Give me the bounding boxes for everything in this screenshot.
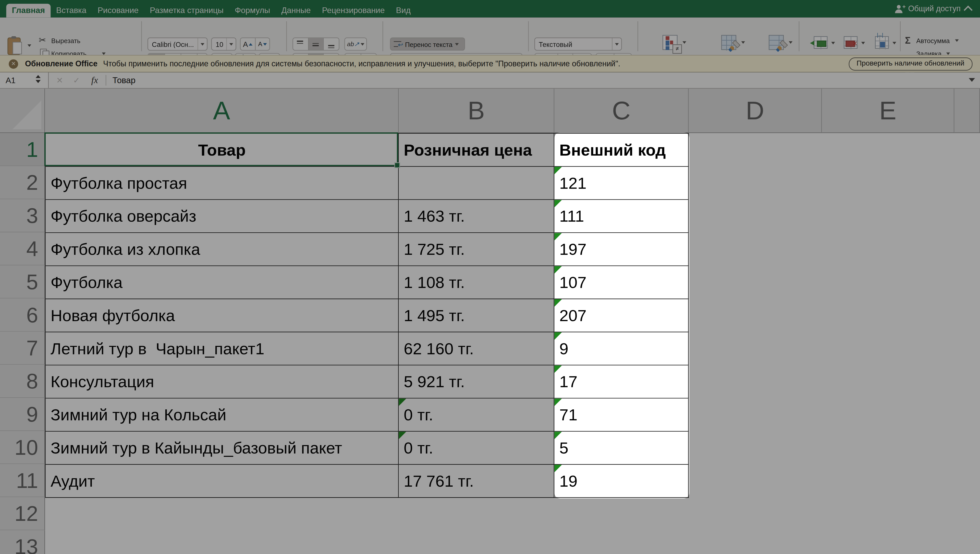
ribbon-tab-strip: ГлавнаяВставкаРисованиеРазметка страницы… bbox=[0, 0, 980, 18]
fill-handle[interactable] bbox=[394, 162, 400, 168]
cut-button[interactable]: ✂ bbox=[39, 34, 46, 46]
row-header-2[interactable]: 2 bbox=[0, 166, 45, 199]
row-header-7[interactable]: 7 bbox=[0, 331, 45, 365]
row-header-12[interactable]: 12 bbox=[0, 497, 45, 530]
tab-3[interactable]: Разметка страницы bbox=[144, 4, 229, 18]
cell-B11[interactable]: 17 761 тг. bbox=[398, 465, 554, 498]
column-header-C[interactable]: C bbox=[554, 89, 689, 133]
orientation-button[interactable]: ab↗ bbox=[344, 38, 367, 51]
dismiss-notification-icon[interactable]: ✕ bbox=[9, 59, 18, 68]
cell-C7[interactable]: 9 bbox=[554, 332, 689, 366]
cancel-entry-icon[interactable]: ✕ bbox=[56, 72, 63, 88]
cell-A2[interactable]: Футболка простая bbox=[46, 167, 399, 200]
font-size-value: 10 bbox=[212, 40, 226, 48]
row-header-4[interactable]: 4 bbox=[0, 232, 45, 266]
cell-B6[interactable]: 1 495 тг. bbox=[398, 299, 554, 332]
cut-label[interactable]: Вырезать bbox=[51, 37, 80, 44]
cell-A11[interactable]: Аудит bbox=[46, 465, 399, 498]
data-table: ТоварРозничная ценаВнешний кодФутболка п… bbox=[45, 133, 688, 498]
cell-C3[interactable]: 111 bbox=[554, 200, 689, 233]
column-header-D[interactable]: D bbox=[689, 89, 822, 133]
cell-C6[interactable]: 207 bbox=[554, 299, 689, 332]
error-indicator-icon bbox=[554, 299, 562, 307]
cell-C8[interactable]: 17 bbox=[554, 366, 689, 399]
fill-dropdown-icon[interactable] bbox=[946, 53, 950, 55]
row-header-5[interactable]: 5 bbox=[0, 266, 45, 299]
error-indicator-icon bbox=[554, 167, 562, 174]
tab-4[interactable]: Формулы bbox=[229, 4, 276, 18]
autosum-label[interactable]: Автосумма bbox=[916, 37, 950, 44]
cell-B9[interactable]: 0 тг. bbox=[398, 398, 554, 431]
column-header-partial bbox=[955, 89, 980, 133]
cell-B7[interactable]: 62 160 тг. bbox=[398, 332, 554, 366]
cell-A7[interactable]: Летний тур в Чарын_пакет1 bbox=[46, 332, 399, 366]
group-divider bbox=[382, 21, 383, 51]
row-header-1[interactable]: 1 bbox=[0, 133, 45, 166]
insert-function-icon[interactable]: fx bbox=[91, 72, 98, 88]
cell-C11[interactable]: 19 bbox=[554, 465, 689, 498]
row-header-10[interactable]: 10 bbox=[0, 431, 45, 464]
cell-A10[interactable]: Зимний тур в Кайынды_базовый пакет bbox=[46, 431, 399, 465]
confirm-entry-icon[interactable]: ✓ bbox=[73, 72, 80, 88]
tab-5[interactable]: Данные bbox=[276, 4, 316, 18]
align-bottom-button[interactable] bbox=[323, 38, 339, 50]
align-top-button[interactable] bbox=[293, 38, 308, 50]
shrink-font-button[interactable]: А bbox=[255, 38, 269, 50]
formula-bar-content[interactable]: Товар bbox=[113, 72, 135, 88]
row-header-8[interactable]: 8 bbox=[0, 365, 45, 398]
font-size-combo[interactable]: 10 bbox=[211, 38, 236, 51]
tab-home[interactable]: Главная bbox=[6, 4, 51, 18]
tab-7[interactable]: Вид bbox=[390, 4, 416, 18]
cell-A9[interactable]: Зимний тур на Кольсай bbox=[46, 398, 399, 431]
cell-B4[interactable]: 1 725 тг. bbox=[398, 233, 554, 266]
cell-A3[interactable]: Футболка оверсайз bbox=[46, 200, 399, 233]
collapse-ribbon-icon bbox=[964, 6, 973, 14]
row-header-9[interactable]: 9 bbox=[0, 398, 45, 431]
cell-B10[interactable]: 0 тг. bbox=[398, 431, 554, 465]
cell-B8[interactable]: 5 921 тг. bbox=[398, 366, 554, 399]
cell-B3[interactable]: 1 463 тг. bbox=[398, 200, 554, 233]
shrink-font-icon bbox=[263, 43, 267, 45]
share-control[interactable]: + Общий доступ bbox=[895, 0, 971, 18]
cell-B2[interactable] bbox=[398, 167, 554, 200]
tab-2[interactable]: Рисование bbox=[92, 4, 144, 18]
column-header-A[interactable]: A bbox=[45, 89, 398, 133]
autosum-button[interactable]: Σ bbox=[905, 35, 911, 46]
tab-1[interactable]: Вставка bbox=[51, 4, 92, 18]
name-box-stepper[interactable] bbox=[36, 75, 42, 86]
cell-C2[interactable]: 121 bbox=[554, 167, 689, 200]
cell-A8[interactable]: Консультация bbox=[46, 366, 399, 399]
cell-C5[interactable]: 107 bbox=[554, 266, 689, 299]
cell-A4[interactable]: Футболка из хлопка bbox=[46, 233, 399, 266]
paste-dropdown-icon[interactable] bbox=[27, 45, 31, 47]
tab-6[interactable]: Рецензирование bbox=[317, 4, 390, 18]
check-updates-button[interactable]: Проверить наличие обновлений bbox=[849, 57, 973, 70]
cell-C4[interactable]: 197 bbox=[554, 233, 689, 266]
cell-A5[interactable]: Футболка bbox=[46, 266, 399, 299]
font-name-combo[interactable]: Calibri (Осн... bbox=[148, 38, 207, 51]
column-header-B[interactable]: B bbox=[398, 89, 554, 133]
grow-font-icon bbox=[249, 43, 252, 45]
wrap-text-button[interactable]: ↩ Перенос текста bbox=[390, 38, 465, 51]
align-middle-button[interactable] bbox=[308, 38, 323, 50]
row-header-6[interactable]: 6 bbox=[0, 299, 45, 332]
font-grow-shrink-group: А А bbox=[240, 38, 270, 51]
cell-C1[interactable]: Внешний код bbox=[554, 134, 689, 167]
cell-C9[interactable]: 71 bbox=[554, 398, 689, 431]
cell-B1[interactable]: Розничная цена bbox=[398, 134, 554, 167]
paste-button[interactable] bbox=[7, 37, 22, 54]
row-header-3[interactable]: 3 bbox=[0, 199, 45, 232]
row-header-11[interactable]: 11 bbox=[0, 464, 45, 497]
row-header-13[interactable]: 13 bbox=[0, 530, 45, 554]
number-format-combo[interactable]: Текстовый bbox=[534, 38, 622, 51]
cell-C10[interactable]: 5 bbox=[554, 431, 689, 465]
select-all-corner[interactable] bbox=[0, 89, 45, 133]
autosum-dropdown-icon[interactable] bbox=[955, 39, 959, 42]
copy-dropdown-icon[interactable] bbox=[102, 53, 106, 55]
number-format-dropdown-icon bbox=[612, 38, 621, 50]
grow-font-button[interactable]: А bbox=[241, 38, 255, 50]
cell-A6[interactable]: Новая футболка bbox=[46, 299, 399, 332]
cell-B5[interactable]: 1 108 тг. bbox=[398, 266, 554, 299]
column-header-E[interactable]: E bbox=[822, 89, 954, 133]
formula-bar-expand-icon[interactable] bbox=[969, 78, 975, 82]
